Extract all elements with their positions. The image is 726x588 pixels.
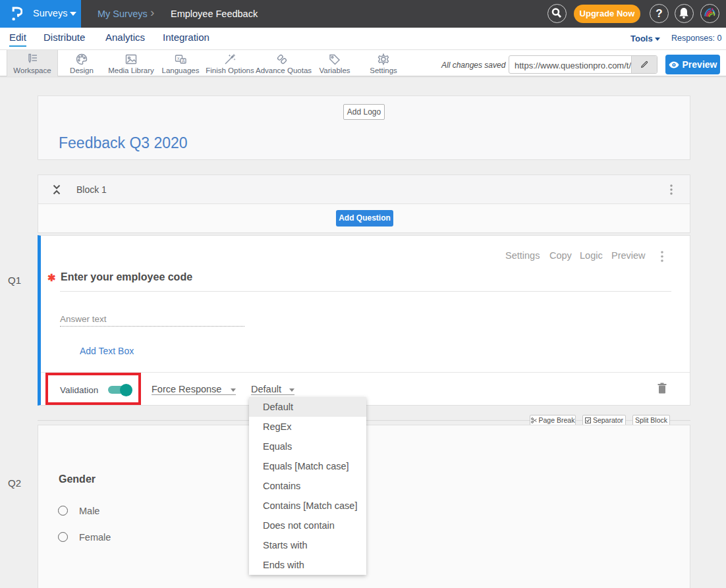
svg-text:x: x xyxy=(177,56,180,61)
svg-text:A: A xyxy=(182,59,185,63)
